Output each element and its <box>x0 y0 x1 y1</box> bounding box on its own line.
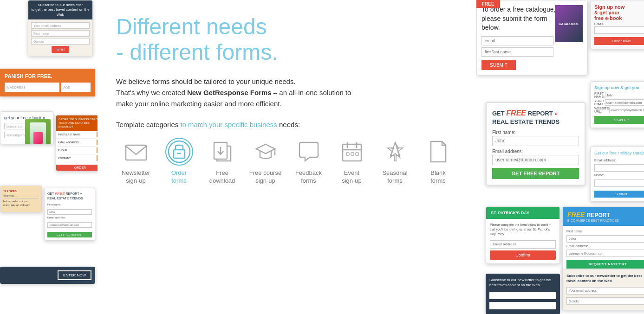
newsletter-icon <box>122 138 150 166</box>
category-newsletter[interactable]: Newslettersign-up <box>116 138 156 185</box>
category-course[interactable]: Free coursesign-up <box>246 138 285 185</box>
report-right-email-input[interactable] <box>492 155 579 165</box>
stpatrick-header: ST. PATRICK'S DAY <box>486 207 559 219</box>
download-icon <box>208 138 236 166</box>
signup2-email-label: YOUR EMAIL: <box>594 99 605 106</box>
holiday-email-input[interactable] <box>594 164 644 172</box>
left-report-form: GET FREE REPORT »REAL ESTATE TRENDS Firs… <box>44 188 95 241</box>
center-content: Different needs - different forms. We be… <box>98 0 476 314</box>
ecommerce-email-label: Email address: <box>566 244 644 248</box>
spanish-age-input[interactable]: AGE <box>61 83 91 92</box>
holiday-name-label: Name: <box>594 173 644 177</box>
report-right-title: GET FREE REPORT »REAL ESTATE TRENDS <box>492 109 579 126</box>
order-row-email: EMAIL ADDRESS @ <box>56 139 98 147</box>
page-layout: Subscribe to our newsletter to get the b… <box>0 0 644 314</box>
report-firstname-input[interactable] <box>47 209 92 215</box>
right-report-form: GET FREE REPORT »REAL ESTATE TRENDS Firs… <box>486 102 585 186</box>
subscribe-bottom-email-input[interactable] <box>489 292 556 299</box>
left-enter-form: ENTER NOW <box>0 267 95 284</box>
order-company-icon: 🏢 <box>97 155 98 161</box>
signup2-website-label: WEBSITE URL: <box>594 107 609 113</box>
svg-rect-0 <box>126 145 146 160</box>
left-ebook-form: get your free e-book » domain.com anycom… <box>0 111 53 144</box>
category-order[interactable]: Orderforms <box>159 138 199 185</box>
report-right-firstname-label: First name: <box>492 130 579 135</box>
catalogue-title: To order a free catalogue, please submit… <box>481 5 556 32</box>
right-travel-form: Subscribe to our newsletter to get the b… <box>562 269 644 310</box>
signup2-email-input[interactable] <box>605 99 644 106</box>
holiday-email-label: Email address: <box>594 159 644 162</box>
right-signup2-form: Sign up now & get you FIRST NAME: YOUR E… <box>590 81 644 128</box>
ecommerce-header: FREE REPORT E-COMMERCE BEST PRACTICES <box>563 207 644 226</box>
spanish-email-input[interactable]: IL ADDRESS <box>5 83 59 92</box>
right-stpatrick-form: ST. PATRICK'S DAY Please complete the fo… <box>486 206 560 264</box>
order-header: ORDER 500 BUSINESS CARDS TODAY AND GET A… <box>56 115 98 131</box>
category-event[interactable]: Eventsign-up <box>332 138 371 185</box>
left-order-form: ORDER 500 BUSINESS CARDS TODAY AND GET A… <box>56 115 98 171</box>
event-label: Eventsign-up <box>342 169 362 185</box>
svg-point-1 <box>169 141 190 162</box>
newsletter-submit-button[interactable]: I'm in! <box>52 46 69 53</box>
catalogue-submit-button[interactable]: SUBMIT <box>481 60 516 70</box>
enter-now-button[interactable]: ENTER NOW <box>58 270 91 280</box>
svg-rect-12 <box>351 153 354 155</box>
right-catalogue-form: To order a free catalogue, please submit… <box>476 0 588 75</box>
subscribe-bottom-gender-input[interactable] <box>489 302 556 309</box>
newsletter-gender-input[interactable]: Gender <box>31 38 90 45</box>
catalogue-name-input[interactable] <box>481 47 553 57</box>
order-submit-button[interactable]: ORDER <box>56 165 98 171</box>
signup2-submit-button[interactable]: SIGN UP <box>594 116 644 124</box>
stpatrick-description: Please complete the form below to confir… <box>490 223 556 236</box>
report-email-input[interactable] <box>47 222 92 228</box>
svg-rect-11 <box>346 153 349 155</box>
catalogue-book-decoration: CATALOGUE <box>555 5 583 42</box>
stpatrick-email-input[interactable] <box>490 240 556 249</box>
holiday-submit-button[interactable]: SUBMIT <box>594 191 644 198</box>
categories-label: Template categories to match your specif… <box>116 121 458 128</box>
report-right-email-label: Email address: <box>492 149 579 154</box>
signup2-title: Sign up now & get you <box>594 85 644 90</box>
course-icon <box>252 138 280 166</box>
travel-email-input[interactable] <box>566 287 644 295</box>
travel-title: Subscribe to our newsletter to get the b… <box>566 273 644 283</box>
catalogue-email-input[interactable] <box>481 36 553 45</box>
newsletter-email-input[interactable]: Your email address <box>31 22 90 29</box>
report-email-label: Email address: <box>47 216 92 219</box>
order-row-name: FIRST/LAST NAME ✎ <box>56 131 98 139</box>
stpatrick-submit-button[interactable]: Confirm <box>490 250 556 260</box>
ecommerce-firstname-input[interactable] <box>566 235 644 243</box>
blank-label: Blankforms <box>430 169 446 185</box>
seasonal-icon <box>381 138 409 166</box>
right-ecommerce-form: FREE REPORT E-COMMERCE BEST PRACTICES Fi… <box>562 206 644 273</box>
report-right-firstname-input[interactable] <box>492 136 579 146</box>
category-blank[interactable]: Blankforms <box>418 138 458 185</box>
signup2-firstname-label: FIRST NAME: <box>594 92 605 98</box>
travel-gender-input[interactable] <box>566 297 644 305</box>
signup2-firstname-input[interactable] <box>605 92 644 98</box>
ecommerce-email-input[interactable] <box>566 250 644 257</box>
main-headline: Different needs - different forms. <box>116 14 458 65</box>
holiday-title: Get our free Holiday Catalog. <box>594 150 644 156</box>
blank-icon <box>424 138 452 166</box>
right-signup-ebook-form: Sign up now& get yourfree e-book EMAIL O… <box>590 0 644 49</box>
category-download[interactable]: Freedownload <box>202 138 242 185</box>
order-row-phone: PHONE ☎ <box>56 147 98 154</box>
pizza-special: SPECIAL - <box>3 194 39 199</box>
left-spanish-form: PANISH FOR FREE. IL ADDRESS AGE <box>0 69 95 96</box>
ecommerce-submit-button[interactable]: REQUEST A REPORT <box>566 260 644 269</box>
report-submit-button[interactable]: GET FREE REPORT <box>47 232 92 237</box>
report-right-submit-button[interactable]: GET FREE REPORT <box>492 168 579 179</box>
newsletter-label: Newslettersign-up <box>122 169 150 185</box>
holiday-name-input[interactable] <box>594 179 644 187</box>
signup-ebook-email-input[interactable] <box>594 26 644 34</box>
right-holiday-form: Get our free Holiday Catalog. Email addr… <box>590 146 644 202</box>
right-sidebar: FREE To order a free catalogue, please s… <box>476 0 644 314</box>
signup2-website-input[interactable] <box>609 107 644 113</box>
newsletter-header: Subscribe to our newsletter to get the b… <box>28 0 92 19</box>
category-feedback[interactable]: Feedbackforms <box>289 138 328 185</box>
signup-ebook-email-label: EMAIL <box>594 22 644 26</box>
newsletter-firstname-input[interactable]: First name <box>31 30 90 37</box>
signup-ebook-submit-button[interactable]: Order now! <box>594 37 644 45</box>
category-seasonal[interactable]: Seasonalforms <box>375 138 415 185</box>
course-label: Free coursesign-up <box>249 169 281 185</box>
